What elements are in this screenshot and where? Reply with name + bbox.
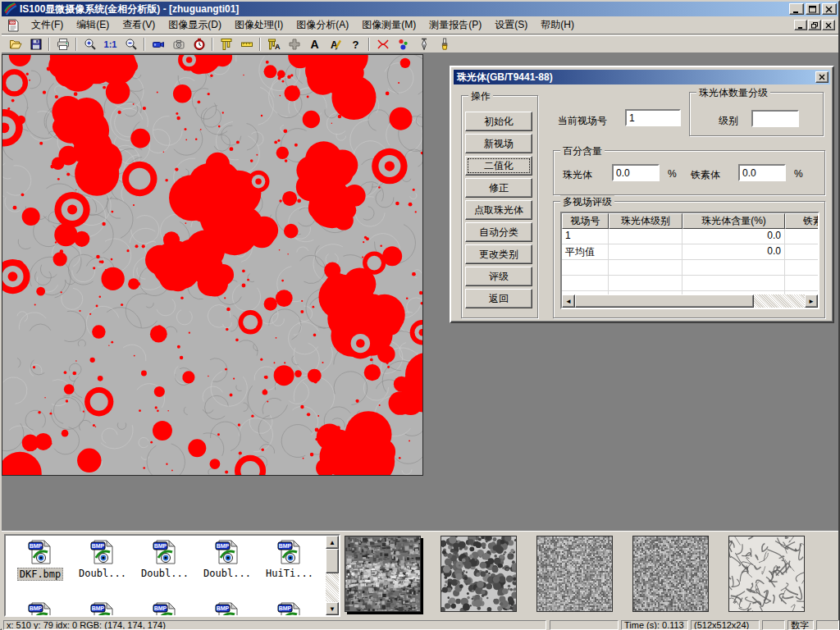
micrograph-thumbnail[interactable] [728,536,805,612]
dialog-title-bar[interactable]: 珠光体(GB/T9441-88) [454,70,830,84]
dialog-title: 珠光体(GB/T9441-88) [457,71,553,84]
particle-analysis-tool-button[interactable] [393,36,413,52]
file-item[interactable]: BMPDoubl... [135,539,194,579]
micrograph-thumbnail[interactable] [632,536,709,612]
micrograph-thumbnail[interactable] [441,536,517,612]
document-icon[interactable]: DOC [7,19,20,32]
vscroll-thumb[interactable] [326,549,339,573]
svg-text:BMP: BMP [154,543,167,549]
rating-table-hscrollbar[interactable]: ◄ ► [562,294,818,308]
open-tool-button[interactable] [5,36,25,52]
file-item[interactable]: BMPDoubl... [198,539,257,579]
rate-button[interactable]: 评级 [465,267,532,286]
table-row[interactable]: 平均值0.0 [562,244,818,260]
dialog-close-button[interactable] [815,71,829,83]
maximize-button[interactable] [806,3,820,15]
menu-item[interactable]: 图像分析(A) [290,16,355,34]
scroll-right-icon[interactable]: ► [805,294,818,308]
table-row[interactable] [562,260,818,276]
scroll-down-icon[interactable]: ▼ [326,602,339,615]
app-icon [4,2,17,16]
minimize-button[interactable] [789,3,804,15]
menu-item[interactable]: 帮助(H) [534,16,581,34]
file-item[interactable]: BMP [135,601,194,617]
micrograph-thumbnail[interactable] [345,536,421,612]
binarize-button[interactable]: 二值化 [465,156,532,176]
zoom-in-tool-button[interactable] [80,36,100,52]
svg-text:BMP: BMP [30,543,43,549]
scroll-up-icon[interactable]: ▲ [326,536,339,549]
text-tool-button[interactable]: A [304,36,325,52]
rating-table[interactable]: 视场号珠光体级别珠光体含量(%)铁素体 10.0平均值0.0 ◄ ► [560,212,819,309]
camera-tool-button[interactable] [168,36,189,52]
zoom-out-tool-button[interactable] [121,36,141,52]
brush-tool-tool-button[interactable] [434,36,454,52]
file-item[interactable]: BMP [260,601,319,617]
measure-text-tool-button[interactable]: A [263,36,284,52]
video-camera-tool-button[interactable] [148,36,168,52]
auto-classify-button[interactable]: 自动分类 [465,222,532,242]
pen-tool-tool-button[interactable] [413,36,434,52]
micrograph-image[interactable] [2,54,423,476]
new-field-button[interactable]: 新视场 [465,134,532,153]
mdi-close-button[interactable] [822,20,835,30]
correct-button[interactable]: 修正 [465,178,532,198]
table-cell [609,229,682,244]
menu-item[interactable]: 图像显示(D) [162,16,228,34]
menu-item[interactable]: 设置(S) [488,16,534,34]
pick-pearlite-button[interactable]: 点取珠光体 [465,200,532,220]
close-button[interactable] [822,3,837,15]
file-item[interactable]: BMPDKF.bmp [11,539,70,581]
return-button[interactable]: 返回 [465,289,532,308]
timer-tool-button[interactable] [189,36,209,52]
table-row[interactable] [562,276,818,291]
menu-item[interactable]: 编辑(E) [70,16,116,34]
scroll-left-icon[interactable]: ◄ [562,294,575,308]
table-header-cell[interactable]: 珠光体级别 [609,213,682,229]
table-cell [785,229,819,244]
mdi-minimize-button[interactable] [794,20,807,30]
file-list[interactable]: BMPDKF.bmpBMPDoubl...BMPDoubl...BMPDoubl… [4,534,340,617]
file-label: DKF.bmp [17,568,64,581]
hscroll-thumb[interactable] [575,294,754,308]
level-input[interactable] [751,110,799,127]
edit-text-tool-button[interactable]: A [325,36,345,52]
ruler-tool-button[interactable] [236,36,257,52]
file-item[interactable]: BMPHuiTi... [260,539,319,579]
current-field-input[interactable] [625,109,681,126]
move-cross-tool-button[interactable] [284,36,304,52]
file-item[interactable]: BMP [73,601,132,617]
file-item[interactable]: BMP [11,601,70,617]
caliper-tool-button[interactable] [216,36,236,52]
micrograph-thumbnail[interactable] [536,536,613,612]
table-header-cell[interactable]: 珠光体含量(%) [682,213,785,229]
table-header-cell[interactable]: 铁素体 [785,213,819,229]
menu-item[interactable]: 图像处理(I) [228,16,290,34]
menu-item[interactable]: 测量报告(P) [422,16,488,34]
menu-item[interactable]: 图像测量(M) [355,16,422,34]
file-item[interactable]: BMPDoubl... [73,539,132,579]
table-row[interactable]: 10.0 [562,229,818,244]
curve-tool-icon [377,38,390,51]
file-list-vscrollbar[interactable]: ▲ ▼ [326,536,339,615]
toolbar-separator [48,38,50,51]
file-item[interactable]: BMP [198,601,257,617]
help-tool-button[interactable]: ? [345,36,366,52]
change-class-button[interactable]: 更改类别 [465,244,532,264]
table-header-cell[interactable]: 视场号 [562,213,609,229]
save-tool-button[interactable] [25,36,46,52]
pearlite-dialog: 珠光体(GB/T9441-88) 操作 初始化新视场二值化修正点取珠光体自动分类… [450,66,834,323]
actual-size-tool-button[interactable]: 1:1 [100,36,121,52]
table-cell: 1 [562,229,609,244]
mdi-restore-button[interactable] [808,20,821,30]
menu-item[interactable]: 文件(F) [25,16,70,34]
curve-tool-tool-button[interactable] [372,36,393,52]
pearlite-percent-input[interactable] [612,164,660,181]
print-tool-button[interactable] [52,36,73,52]
multi-field-group-label: 多视场评级 [560,195,614,209]
toolbar-separator [368,38,370,51]
menu-item[interactable]: 查看(V) [116,16,162,34]
move-cross-icon [288,38,301,51]
initialize-button[interactable]: 初始化 [465,112,532,131]
ferrite-percent-input[interactable] [738,164,786,181]
